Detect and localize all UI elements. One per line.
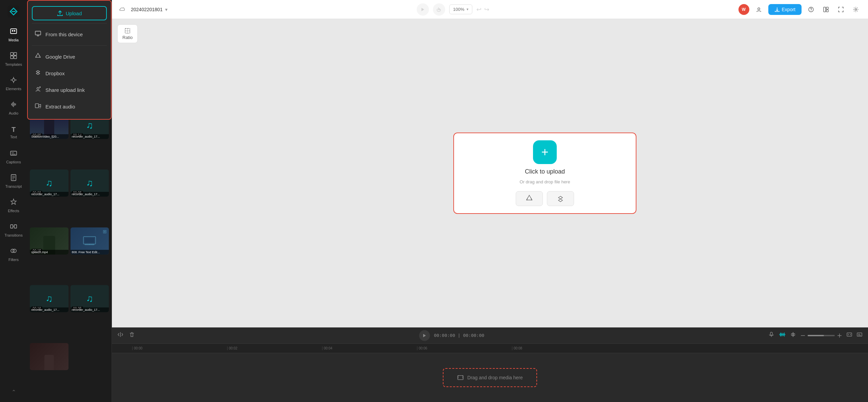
google-drive-icon: [35, 53, 41, 61]
sidebar-item-transcript[interactable]: Transcript: [2, 169, 25, 193]
split-tool-icon[interactable]: [790, 331, 796, 339]
timeline-ruler: 00:00 00:02 00:04 00:06 00:08: [112, 344, 868, 353]
svg-rect-77: [458, 377, 458, 378]
svg-rect-22: [14, 225, 17, 228]
user-avatar-weiyi: W: [738, 4, 749, 15]
dropbox-item[interactable]: Dropbox: [28, 65, 111, 82]
sidebar-item-captions[interactable]: Captions: [2, 145, 25, 168]
extract-audio-item[interactable]: Extract audio: [28, 98, 111, 115]
layout-button[interactable]: [821, 4, 831, 15]
media-item-7[interactable]: ♫ 00:18 recorder_audio_17...: [30, 285, 68, 312]
templates-icon: [10, 52, 17, 61]
sidebar-item-media[interactable]: Media: [2, 23, 25, 46]
dropbox-upload-button[interactable]: [547, 191, 574, 206]
user-profile-button[interactable]: [753, 4, 764, 15]
undo-button[interactable]: ↩: [476, 6, 481, 13]
svg-rect-30: [35, 104, 39, 108]
project-name-display[interactable]: 202402201801 ▾: [131, 7, 167, 12]
sidebar-item-effects[interactable]: Effects: [2, 194, 25, 217]
microphone-icon[interactable]: [768, 331, 774, 339]
from-device-label: From this device: [45, 32, 83, 37]
timeline-delete-icon[interactable]: [129, 331, 135, 339]
svg-rect-26: [35, 31, 41, 35]
volume-plus-icon[interactable]: [837, 333, 842, 338]
upload-zone-title: Click to upload: [525, 168, 565, 175]
volume-slider[interactable]: [808, 335, 835, 336]
svg-rect-64: [791, 334, 793, 336]
upload-plus-button[interactable]: +: [533, 140, 557, 164]
timeline-tracks: Drag and drop media here: [112, 353, 868, 402]
current-time-display: 00:00:00 | 00:00:00: [434, 333, 485, 338]
sidebar-item-media-label: Media: [8, 38, 19, 42]
upload-dropdown: Upload From this device: [27, 0, 112, 120]
timeline-split-icon[interactable]: [117, 331, 123, 339]
top-bar-left: 202402201801 ▾: [119, 6, 167, 13]
canvas-area: Ratio + Click to upload Or drag and drop…: [112, 19, 868, 327]
resize-timeline-icon[interactable]: [846, 331, 852, 339]
hand-tool-button[interactable]: [433, 3, 445, 16]
volume-minus-icon[interactable]: [800, 333, 806, 338]
effects-icon: [10, 198, 17, 207]
svg-point-9: [12, 79, 15, 81]
from-device-item[interactable]: From this device: [28, 26, 111, 43]
svg-rect-72: [857, 333, 862, 336]
sidebar: Media Templates Elements: [0, 0, 27, 402]
play-pause-button[interactable]: [417, 3, 429, 16]
media-label-2: recorder_audio_17...: [71, 134, 109, 139]
upload-button[interactable]: Upload: [32, 6, 107, 20]
sidebar-item-effects-label: Effects: [8, 209, 19, 213]
sidebar-item-transitions[interactable]: Transitions: [2, 218, 25, 241]
svg-point-37: [758, 8, 760, 10]
dropbox-label: Dropbox: [45, 71, 65, 76]
media-item-4[interactable]: ♫ 00:05 recorder_audio_17...: [71, 169, 109, 197]
media-grid: 00:05 StablizeVideo_l|20... ♫ 00:14 reco…: [27, 108, 112, 402]
share-link-item[interactable]: Share upload link: [28, 82, 111, 98]
svg-rect-51: [770, 332, 772, 335]
timeline-controls: 00:00:00 | 00:00:00: [112, 327, 868, 344]
media-item-6[interactable]: ⊞ 808. Free Text Edit...: [71, 227, 109, 255]
media-item-3[interactable]: ♫ 00:03 recorder_audio_17...: [30, 169, 68, 197]
settings-button[interactable]: [850, 4, 861, 15]
ratio-button[interactable]: Ratio: [117, 24, 138, 43]
filters-icon: [10, 247, 17, 256]
svg-marker-36: [421, 8, 424, 11]
sidebar-item-audio[interactable]: Audio: [2, 96, 25, 119]
timeline-drop-zone[interactable]: Drag and drop media here: [443, 368, 537, 387]
transitions-icon: [10, 223, 17, 232]
sidebar-item-templates[interactable]: Templates: [2, 47, 25, 71]
caption-timeline-icon[interactable]: [856, 331, 863, 339]
help-button[interactable]: [806, 4, 816, 15]
sidebar-item-elements-label: Elements: [6, 87, 21, 91]
zoom-level-display[interactable]: 100% ▾: [449, 4, 472, 14]
top-bar-center: 100% ▾ ↩ ↪: [417, 3, 489, 16]
total-time: 00:00:00: [463, 333, 485, 338]
media-item-8[interactable]: ♫ 00:35 recorder_audio_17...: [71, 285, 109, 312]
ruler-mark-4: 00:08: [512, 346, 607, 350]
svg-point-25: [13, 249, 16, 253]
timeline-play-button[interactable]: [419, 330, 430, 341]
upload-zone[interactable]: + Click to upload Or drag and drop file …: [453, 133, 636, 214]
media-item-5[interactable]: 00:15 speech.mp4: [30, 227, 68, 255]
ruler-mark-0: 00:00: [132, 346, 227, 350]
google-drive-item[interactable]: Google Drive: [28, 48, 111, 65]
media-item-9[interactable]: [30, 343, 68, 370]
project-name-chevron: ▾: [165, 7, 167, 12]
svg-point-29: [37, 87, 39, 89]
svg-rect-42: [826, 7, 828, 9]
media-label-6: 808. Free Text Edit...: [71, 250, 109, 255]
fullscreen-button[interactable]: [835, 4, 846, 15]
upload-cloud-buttons: [516, 191, 574, 206]
timeline-center-controls: 00:00:00 | 00:00:00: [419, 330, 485, 341]
google-drive-upload-button[interactable]: [516, 191, 543, 206]
app-logo: [6, 4, 21, 19]
redo-button[interactable]: ↪: [484, 6, 489, 13]
sidebar-item-text[interactable]: T Text: [2, 121, 25, 144]
sidebar-item-templates-label: Templates: [5, 62, 22, 66]
svg-rect-69: [847, 333, 852, 336]
sidebar-item-filters[interactable]: Filters: [2, 243, 25, 266]
sidebar-collapse-btn[interactable]: ⌃: [2, 386, 25, 398]
svg-rect-75: [458, 376, 463, 380]
waveform-icon[interactable]: [778, 331, 786, 339]
sidebar-item-elements[interactable]: Elements: [2, 72, 25, 95]
export-button[interactable]: Export: [768, 4, 802, 15]
